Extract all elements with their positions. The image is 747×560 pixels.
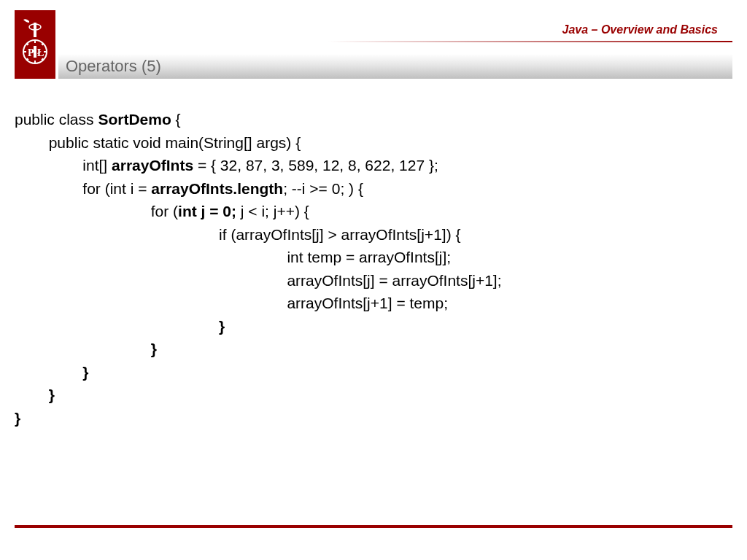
svg-rect-6: [44, 51, 47, 52]
code-bold: }: [15, 318, 225, 335]
svg-text:Ł: Ł: [37, 47, 44, 58]
code-line: ; --i >= 0; ) {: [283, 180, 363, 197]
svg-rect-13: [34, 46, 36, 58]
code-bold: SortDemo: [98, 111, 171, 128]
code-bold: arrayOfInts: [112, 157, 193, 174]
code-line: arrayOfInts[j+1] = temp;: [15, 295, 448, 311]
code-block: public class SortDemo { public static vo…: [15, 108, 732, 429]
course-title: Java – Overview and Basics: [562, 23, 718, 36]
code-bold: int j = 0;: [178, 203, 236, 219]
code-line: int temp = arrayOfInts[j];: [15, 249, 451, 265]
code-line: public class: [15, 111, 98, 128]
footer-rule: [15, 525, 732, 528]
svg-rect-5: [23, 51, 26, 52]
code-line: public static void main(String[] args) {: [15, 134, 301, 151]
code-line: {: [171, 111, 181, 128]
header-rule: [58, 41, 732, 42]
title-bar: Operators (5): [58, 54, 732, 79]
slide-title: Operators (5): [66, 57, 161, 76]
svg-text:P: P: [28, 47, 34, 58]
code-line: for (int i =: [15, 180, 151, 197]
code-line: int[]: [15, 157, 112, 174]
code-line: j < i; j++) {: [236, 203, 309, 219]
code-line: arrayOfInts[j] = arrayOfInts[j+1];: [15, 272, 502, 289]
university-logo: P Ł: [15, 10, 55, 79]
code-line: = { 32, 87, 3, 589, 12, 8, 622, 127 };: [193, 157, 438, 174]
svg-rect-4: [34, 61, 36, 63]
code-bold: }: [15, 410, 20, 427]
code-line: if (arrayOfInts[j] > arrayOfInts[j+1]) {: [15, 226, 461, 243]
code-bold: }: [15, 341, 157, 357]
code-bold: }: [15, 386, 55, 403]
code-line: for (: [15, 203, 178, 219]
code-bold: }: [15, 364, 89, 381]
svg-rect-3: [34, 40, 36, 43]
code-bold: arrayOfInts.length: [151, 180, 283, 197]
